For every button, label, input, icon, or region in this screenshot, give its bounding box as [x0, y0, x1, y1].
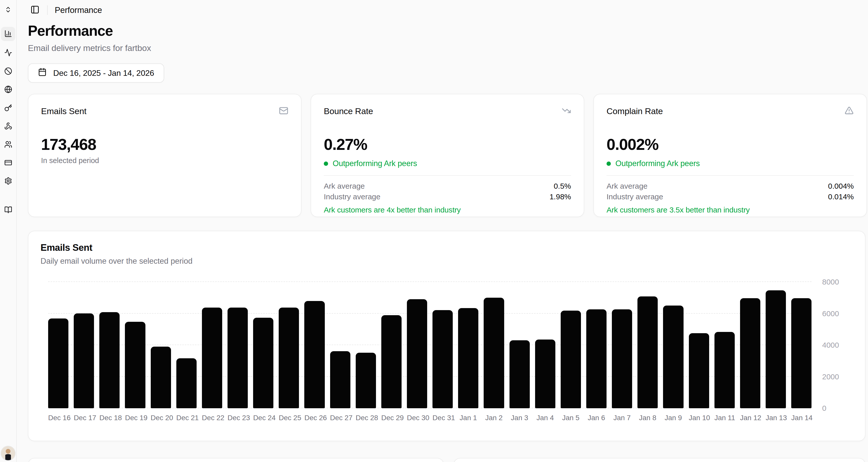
x-tick-label: Dec 22 [202, 414, 222, 422]
comparison-footnote: Ark customers are 3.5x better than indus… [607, 206, 854, 214]
row-label: Industry average [607, 193, 663, 201]
bar-dec-17[interactable] [74, 313, 94, 408]
alert-triangle-icon [844, 106, 854, 116]
x-tick-label: Dec 25 [279, 414, 299, 422]
sidebar-item-chart-column[interactable] [1, 27, 15, 41]
y-tick-label: 8000 [822, 278, 839, 286]
bar-dec-31[interactable] [432, 310, 453, 408]
bar-dec-27[interactable] [330, 351, 350, 408]
user-avatar[interactable] [1, 446, 15, 460]
x-tick-label: Jan 11 [714, 414, 735, 422]
x-tick-label: Jan 7 [612, 414, 632, 422]
page-subtitle: Email delivery metrics for fartbox [28, 43, 151, 53]
x-tick-label: Jan 12 [740, 414, 760, 422]
status-dot [324, 162, 328, 166]
bar-dec-28[interactable] [356, 353, 376, 408]
bounce-rate-value: 0.27% [324, 135, 571, 153]
bar-jan-6[interactable] [586, 309, 607, 408]
sidebar-collapse-button[interactable] [30, 5, 40, 15]
bar-jan-2[interactable] [484, 298, 504, 408]
page-title: Performance [28, 22, 151, 39]
x-tick-label: Dec 26 [304, 414, 324, 422]
complain-rate-value: 0.002% [607, 135, 854, 153]
x-tick-label: Dec 27 [330, 414, 350, 422]
x-tick-label: Dec 31 [432, 414, 453, 422]
bar-dec-25[interactable] [279, 308, 299, 408]
x-tick-label: Dec 24 [253, 414, 273, 422]
sidebar-item-users[interactable] [1, 138, 15, 152]
x-tick-label: Dec 21 [176, 414, 196, 422]
book-open-icon [4, 206, 12, 215]
date-range-button[interactable]: Dec 16, 2025 - Jan 14, 2026 [28, 63, 164, 83]
y-tick-label: 6000 [822, 309, 839, 318]
bar-jan-13[interactable] [766, 290, 786, 408]
sidebar-item-settings[interactable] [1, 174, 15, 189]
sidebar-item-webhook[interactable] [1, 119, 15, 134]
x-tick-label: Dec 19 [125, 414, 145, 422]
x-tick-label: Jan 14 [791, 414, 811, 422]
row-value: 0.014% [828, 193, 854, 201]
bar-jan-1[interactable] [458, 308, 478, 408]
chart-column-icon [4, 30, 12, 38]
chart-title: Emails Sent [40, 242, 92, 253]
sidebar-workspace-toggle[interactable] [2, 4, 15, 17]
x-tick-label: Jan 4 [535, 414, 555, 422]
sidebar-item-ban[interactable] [1, 64, 15, 79]
status-row: Outperforming Ark peers [607, 159, 854, 168]
y-axis-labels: 02000400060008000 [822, 282, 863, 408]
credit-card-icon [4, 159, 12, 168]
bounce-rate-card: Bounce Rate 0.27% Outperforming Ark peer… [311, 94, 584, 217]
key-icon [4, 104, 12, 113]
x-tick-label: Dec 18 [99, 414, 120, 422]
bar-dec-24[interactable] [253, 318, 273, 408]
sidebar-item-credit-card[interactable] [1, 156, 15, 170]
x-axis-labels: Dec 16Dec 17Dec 18Dec 19Dec 20Dec 21Dec … [48, 414, 811, 422]
bar-jan-12[interactable] [740, 298, 760, 408]
bar-dec-21[interactable] [176, 358, 196, 408]
y-tick-label: 4000 [822, 341, 839, 349]
bar-dec-16[interactable] [48, 318, 68, 408]
x-tick-label: Jan 2 [484, 414, 504, 422]
sidebar-item-activity[interactable] [1, 46, 15, 60]
industry-average-row: Industry average 1.98% [324, 192, 571, 202]
bar-jan-7[interactable] [612, 309, 632, 408]
sidebar-item-book-open[interactable] [1, 203, 15, 217]
activity-icon [4, 49, 12, 58]
row-label: Ark average [607, 182, 648, 191]
x-tick-label: Jan 10 [689, 414, 709, 422]
x-tick-label: Jan 5 [561, 414, 581, 422]
x-tick-label: Jan 1 [458, 414, 478, 422]
bar-dec-22[interactable] [202, 308, 222, 408]
bar-dec-26[interactable] [304, 301, 324, 408]
webhook-icon [4, 122, 12, 131]
emails-sent-chart-card: Emails Sent Daily email volume over the … [28, 231, 865, 441]
bar-jan-14[interactable] [791, 298, 811, 408]
row-value: 1.98% [550, 193, 571, 201]
bar-jan-8[interactable] [638, 296, 658, 408]
bar-dec-23[interactable] [227, 308, 248, 408]
bar-jan-9[interactable] [663, 306, 683, 408]
row-value: 0.004% [828, 182, 854, 191]
status-row: Outperforming Ark peers [324, 159, 571, 168]
sidebar-item-key[interactable] [1, 101, 15, 115]
bar-dec-29[interactable] [381, 315, 402, 408]
bottom-right-card [454, 458, 865, 462]
x-tick-label: Dec 28 [356, 414, 376, 422]
bar-jan-5[interactable] [561, 311, 581, 408]
bar-dec-30[interactable] [407, 299, 427, 408]
ark-average-row: Ark average 0.5% [324, 181, 571, 192]
bar-jan-11[interactable] [714, 332, 735, 408]
bar-series [48, 282, 811, 408]
globe-icon [4, 85, 12, 94]
sidebar [0, 0, 17, 462]
bar-jan-3[interactable] [509, 340, 530, 408]
bar-jan-10[interactable] [689, 333, 709, 408]
chart-subtitle: Daily email volume over the selected per… [40, 257, 192, 266]
bar-dec-19[interactable] [125, 322, 145, 408]
x-tick-label: Jan 13 [766, 414, 786, 422]
bar-dec-20[interactable] [151, 347, 171, 408]
row-label: Ark average [324, 182, 365, 191]
bar-dec-18[interactable] [99, 312, 120, 408]
bar-jan-4[interactable] [535, 340, 555, 408]
sidebar-item-globe[interactable] [1, 83, 15, 97]
